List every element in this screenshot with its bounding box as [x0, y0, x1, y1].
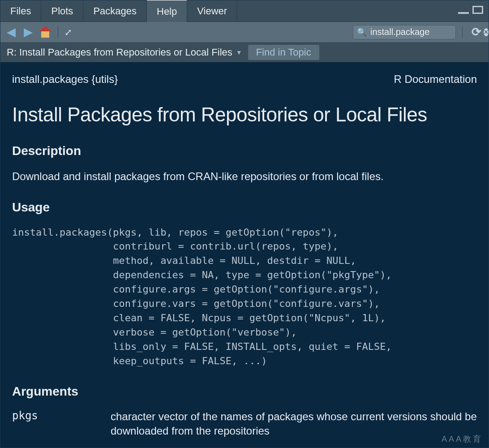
search-icon: 🔍	[357, 27, 367, 37]
sub-header: R: Install Packages from Repositories or…	[0, 43, 489, 62]
chevron-down-icon: ▼	[236, 49, 242, 56]
tab-packages[interactable]: Packages	[83, 0, 147, 22]
tab-files[interactable]: Files	[0, 0, 41, 22]
help-content[interactable]: install.packages {utils} R Documentation…	[0, 62, 489, 448]
tab-viewer[interactable]: Viewer	[187, 0, 237, 22]
forward-icon[interactable]: ▶	[22, 25, 34, 39]
search-box[interactable]: 🔍 ✕	[353, 25, 456, 39]
breadcrumb-label: R: Install Packages from Repositories or…	[7, 47, 232, 58]
tab-help[interactable]: Help	[147, 0, 187, 23]
section-usage-heading: Usage	[12, 200, 477, 215]
window-controls	[458, 6, 489, 17]
usage-code: install.packages(pkgs, lib, repos = getO…	[12, 225, 477, 368]
refresh-icon[interactable]: ⟳	[469, 25, 484, 39]
page-title: Install Packages from Repositories or Lo…	[12, 103, 477, 126]
minimize-icon[interactable]	[458, 10, 469, 14]
popout-icon[interactable]: ⤢	[64, 27, 72, 38]
section-arguments-heading: Arguments	[12, 384, 477, 399]
argument-row: pkgs character vector of the names of pa…	[12, 409, 477, 439]
section-description-heading: Description	[12, 144, 477, 158]
tab-bar: Files Plots Packages Help Viewer	[0, 0, 489, 22]
home-icon[interactable]	[39, 27, 51, 38]
maximize-icon[interactable]	[472, 6, 483, 14]
back-icon[interactable]: ◀	[5, 25, 17, 39]
argument-desc: character vector of the names of package…	[111, 409, 477, 439]
watermark: AAA教育	[442, 434, 483, 444]
divider	[58, 26, 58, 38]
doc-source: R Documentation	[394, 73, 477, 86]
breadcrumb[interactable]: R: Install Packages from Repositories or…	[7, 47, 242, 58]
tab-plots[interactable]: Plots	[41, 0, 83, 22]
search-input[interactable]	[370, 27, 484, 37]
toolbar: ◀ ▶ ⤢ 🔍 ✕ ⟳	[0, 22, 489, 43]
find-in-topic-button[interactable]: Find in Topic	[248, 44, 320, 60]
argument-name: pkgs	[12, 409, 111, 439]
divider	[462, 26, 463, 38]
doc-signature: install.packages {utils}	[12, 73, 118, 86]
clear-search-icon[interactable]: ✕	[484, 28, 489, 36]
description-text: Download and install packages from CRAN-…	[12, 169, 477, 184]
